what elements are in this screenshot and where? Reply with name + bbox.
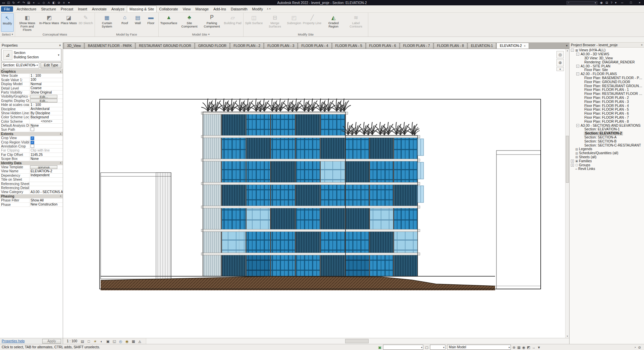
scroll-up-icon[interactable]: ▲ xyxy=(566,49,569,52)
property-row[interactable]: Referencing Sheet xyxy=(0,182,63,186)
doc-tab[interactable]: FLOOR PLAN - 8 xyxy=(434,43,467,49)
sync-icon[interactable]: ↻ xyxy=(11,1,16,4)
doc-tab[interactable]: FLOOR PLAN - 5 xyxy=(332,43,366,49)
property-row[interactable]: Show Hidden LinesBy Discipline xyxy=(0,111,63,115)
select-underlay-icon[interactable]: ▦ xyxy=(517,345,521,349)
select-panel-label[interactable]: Select▾ xyxy=(1,32,14,37)
tab-manage[interactable]: Manage xyxy=(193,6,211,12)
doc-tab[interactable]: ELEVATION-1 xyxy=(468,43,496,49)
place-mass-button[interactable]: ◪ Place Mass xyxy=(60,13,77,32)
horizontal-scroll-thumb[interactable] xyxy=(345,339,369,343)
property-row[interactable]: View Scale1 : 100 xyxy=(0,74,63,78)
elevation-drawing[interactable] xyxy=(63,49,569,338)
type-selector[interactable]: ⊿ Section Building Section ▾ xyxy=(1,49,61,61)
browser-view-item[interactable]: Floor Plan: FLOOR PLAN - 2 xyxy=(570,96,644,100)
property-row[interactable]: Scope BoxNone xyxy=(0,157,63,161)
browser-folder[interactable]: −A1.00 - SITE PLAN xyxy=(570,64,644,68)
model-site-panel-label[interactable]: Model Site▾ xyxy=(160,32,242,37)
visual-style-icon[interactable]: □ xyxy=(86,339,92,344)
instance-combo[interactable]: Section: ELEVATION-2▾ xyxy=(1,62,39,68)
doc-tab[interactable]: FLOOR PLAN - 7 xyxy=(400,43,433,49)
property-row[interactable]: Hide at scales coarser th...1 : 100 xyxy=(0,103,63,107)
filter-icon[interactable]: ▼ xyxy=(537,345,540,349)
help-icon[interactable]: ? xyxy=(610,1,612,4)
browser-item-families[interactable]: +▣Families xyxy=(570,159,644,163)
browser-item-views-root[interactable]: −▦Views (HYA-ALL) xyxy=(570,48,644,52)
site-component-button[interactable]: ♣ Site Component xyxy=(178,13,201,32)
workset-icon[interactable]: ▣ xyxy=(378,345,381,349)
property-row[interactable]: Title on Sheet xyxy=(0,178,63,182)
temporary-view-properties-icon[interactable]: ▦ xyxy=(130,339,136,344)
temporary-hide-isolate-icon[interactable]: ◎ xyxy=(118,339,123,344)
vertical-scrollbar[interactable]: ▲ ▼ xyxy=(565,49,569,338)
tab-collaborate[interactable]: Collaborate xyxy=(157,6,180,12)
vertical-scroll-thumb[interactable] xyxy=(566,136,569,183)
restore-button[interactable]: □ xyxy=(628,1,634,4)
tab-architecture[interactable]: Architecture xyxy=(14,6,39,12)
browser-view-item[interactable]: 3D View: 3D_View xyxy=(570,56,644,60)
navbar-chevron-icon[interactable]: ▾ xyxy=(556,67,564,71)
browser-view-item[interactable]: Floor Plan: RESTAURANT FLOOR PLAN - 1 xyxy=(570,92,644,96)
property-row[interactable]: View NameELEVATION-2 xyxy=(0,169,63,173)
dimension-icon[interactable]: ↔ xyxy=(37,1,41,4)
browser-folder[interactable]: −A2.00 - FLOOR PLANS xyxy=(570,72,644,76)
navigation-wheel-icon[interactable]: ◎ xyxy=(556,51,564,58)
browser-view-item[interactable]: Section: SECTION-A xyxy=(570,135,644,139)
property-row[interactable]: Annotation Crop xyxy=(0,144,63,149)
close-icon[interactable]: × xyxy=(641,43,643,47)
wall-button[interactable]: ▤ Wall xyxy=(131,13,144,32)
browser-view-item-active[interactable]: Section: ELEVATION-2 xyxy=(570,131,644,135)
sun-path-icon[interactable]: ☀ xyxy=(92,339,98,344)
browser-item-groups[interactable]: +▢Groups xyxy=(570,163,644,167)
property-row[interactable]: DisciplineArchitectural xyxy=(0,107,63,111)
doc-tab[interactable]: FLOOR PLAN - 4 xyxy=(298,43,331,49)
tab-modify[interactable]: Modify xyxy=(250,6,265,12)
measure-icon[interactable]: ⌖ xyxy=(32,1,36,5)
tab-massing-site[interactable]: Massing & Site xyxy=(127,6,157,12)
select-pinned-icon[interactable]: ◉ xyxy=(522,345,525,349)
background-processes-icon[interactable]: ◔ xyxy=(634,345,636,349)
property-row[interactable]: Phase FilterShow All xyxy=(0,198,63,202)
property-row[interactable]: Visibility/Graphics Overr...Edit... xyxy=(0,95,63,99)
browser-view-item[interactable]: Floor Plan: GROUND FLOOR xyxy=(570,80,644,84)
horizontal-scrollbar[interactable] xyxy=(146,338,569,344)
property-row[interactable]: PhaseNew Construction xyxy=(0,203,63,207)
crop-view-icon[interactable]: ▣ xyxy=(105,339,111,344)
design-options-icon[interactable]: ▢ xyxy=(425,345,428,349)
property-row[interactable]: Detail LevelCoarse xyxy=(0,86,63,91)
properties-help-link[interactable]: Properties help xyxy=(2,339,25,343)
adjacent-building-right[interactable] xyxy=(496,151,541,289)
doc-tab[interactable]: RESTAURANT GROUND FLOOR xyxy=(136,43,195,49)
modify-site-panel-label[interactable]: Modify Site xyxy=(245,32,367,37)
property-row[interactable]: Sun Path xyxy=(0,128,63,132)
doc-tab[interactable]: FLOOR PLAN - 6 xyxy=(366,43,399,49)
detail-level-icon[interactable]: ▤ xyxy=(79,339,85,344)
section-header-graphics[interactable]: Graphics∧ xyxy=(0,70,63,74)
open-icon[interactable]: ▭ xyxy=(1,1,6,4)
browser-view-item[interactable]: Section: SECTION-C-RESTAURANT xyxy=(570,143,644,147)
scale-button[interactable]: 1 : 100 xyxy=(65,339,79,343)
shadows-icon[interactable]: ◐ xyxy=(99,339,104,344)
active-workset-combo[interactable] xyxy=(383,345,423,350)
redo-icon[interactable]: ↷ xyxy=(21,1,26,4)
browser-view-item[interactable]: Rendering: DIAGRAM_RENDER xyxy=(570,60,644,64)
browser-item-revit-links[interactable]: ∞Revit Links xyxy=(570,167,644,171)
zoom-icon[interactable]: ⊕ xyxy=(556,59,564,66)
show-crop-region-icon[interactable]: ◱ xyxy=(111,339,117,344)
graded-region-button[interactable]: ◭ Graded Region xyxy=(322,13,344,32)
doc-tab[interactable]: FLOOR PLAN - 3 xyxy=(264,43,298,49)
property-row[interactable]: Crop View xyxy=(0,136,63,140)
doc-tab[interactable]: GROUND FLOOR xyxy=(195,43,230,49)
model-by-face-panel-label[interactable]: Model by Face xyxy=(96,32,157,37)
browser-view-item[interactable]: Floor Plan: FLOOR PLAN - 1 xyxy=(570,88,644,92)
modify-button[interactable]: ↖ Modify xyxy=(1,13,14,32)
ribbon-toggle-icon[interactable]: ∧▾ xyxy=(267,7,271,10)
tab-precast[interactable]: Precast xyxy=(58,6,75,12)
selection-toggle-icon[interactable]: ⊘ xyxy=(638,345,641,349)
file-tab[interactable]: File xyxy=(1,6,13,12)
tab-structure[interactable]: Structure xyxy=(39,6,58,12)
browser-view-item[interactable]: Section: SECTION-B xyxy=(570,139,644,143)
design-option-combo[interactable] xyxy=(430,345,445,350)
parking-component-button[interactable]: P Parking Component xyxy=(201,13,223,32)
tab-list-chevron-icon[interactable]: ▾ xyxy=(566,44,568,47)
